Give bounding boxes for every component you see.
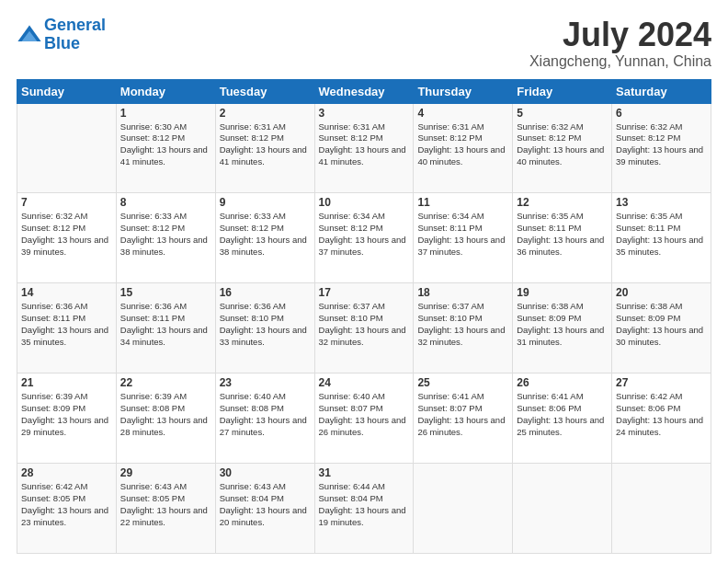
cell-info: Sunrise: 6:36 AMSunset: 8:11 PMDaylight:… [120, 301, 208, 346]
calendar-header-row: Sunday Monday Tuesday Wednesday Thursday… [17, 79, 711, 103]
calendar-week-row: 1Sunrise: 6:30 AMSunset: 8:12 PMDaylight… [17, 103, 711, 193]
calendar-cell: 21Sunrise: 6:39 AMSunset: 8:09 PMDayligh… [17, 373, 117, 464]
day-number: 20 [616, 286, 707, 299]
calendar-cell: 18Sunrise: 6:37 AMSunset: 8:10 PMDayligh… [414, 283, 513, 373]
cell-info: Sunrise: 6:38 AMSunset: 8:09 PMDaylight:… [616, 301, 703, 346]
day-number: 14 [21, 286, 112, 299]
title-block: July 2024 Xiangcheng, Yunnan, China [529, 17, 711, 70]
cell-info: Sunrise: 6:36 AMSunset: 8:11 PMDaylight:… [21, 301, 108, 346]
calendar-cell: 9Sunrise: 6:33 AMSunset: 8:12 PMDaylight… [215, 193, 314, 283]
col-sunday: Sunday [17, 79, 117, 103]
day-number: 5 [517, 107, 608, 120]
cell-info: Sunrise: 6:43 AMSunset: 8:05 PMDaylight:… [120, 481, 208, 526]
col-friday: Friday [513, 79, 612, 103]
day-number: 25 [417, 376, 508, 389]
day-number: 31 [319, 466, 410, 479]
sub-title: Xiangcheng, Yunnan, China [529, 53, 711, 70]
header: General Blue July 2024 Xiangcheng, Yunna… [17, 17, 711, 70]
day-number: 6 [616, 107, 707, 120]
cell-info: Sunrise: 6:32 AMSunset: 8:12 PMDaylight:… [517, 121, 604, 167]
calendar-week-row: 14Sunrise: 6:36 AMSunset: 8:11 PMDayligh… [17, 283, 711, 373]
cell-info: Sunrise: 6:44 AMSunset: 8:04 PMDaylight:… [319, 481, 406, 526]
calendar-cell: 7Sunrise: 6:32 AMSunset: 8:12 PMDaylight… [17, 193, 117, 283]
day-number: 28 [21, 466, 112, 479]
cell-info: Sunrise: 6:41 AMSunset: 8:07 PMDaylight:… [417, 391, 505, 436]
day-number: 27 [616, 376, 707, 389]
cell-info: Sunrise: 6:31 AMSunset: 8:12 PMDaylight:… [220, 121, 307, 167]
calendar-cell: 11Sunrise: 6:34 AMSunset: 8:11 PMDayligh… [414, 193, 513, 283]
day-number: 16 [220, 286, 311, 299]
cell-info: Sunrise: 6:40 AMSunset: 8:08 PMDaylight:… [220, 391, 307, 436]
cell-info: Sunrise: 6:31 AMSunset: 8:12 PMDaylight:… [319, 121, 406, 167]
calendar-cell: 24Sunrise: 6:40 AMSunset: 8:07 PMDayligh… [314, 373, 414, 464]
day-number: 3 [319, 107, 410, 120]
col-tuesday: Tuesday [215, 79, 314, 103]
day-number: 19 [517, 286, 608, 299]
calendar-cell: 10Sunrise: 6:34 AMSunset: 8:12 PMDayligh… [314, 193, 414, 283]
day-number: 24 [319, 376, 410, 389]
day-number: 29 [120, 466, 211, 479]
cell-info: Sunrise: 6:42 AMSunset: 8:06 PMDaylight:… [616, 391, 703, 436]
cell-info: Sunrise: 6:33 AMSunset: 8:12 PMDaylight:… [220, 211, 307, 256]
col-monday: Monday [116, 79, 215, 103]
calendar-cell [17, 103, 117, 193]
calendar-cell: 26Sunrise: 6:41 AMSunset: 8:06 PMDayligh… [513, 373, 612, 464]
calendar-cell: 12Sunrise: 6:35 AMSunset: 8:11 PMDayligh… [513, 193, 612, 283]
day-number: 30 [220, 466, 311, 479]
cell-info: Sunrise: 6:31 AMSunset: 8:12 PMDaylight:… [417, 121, 505, 167]
calendar-cell: 2Sunrise: 6:31 AMSunset: 8:12 PMDaylight… [215, 103, 314, 193]
day-number: 15 [120, 286, 211, 299]
cell-info: Sunrise: 6:37 AMSunset: 8:10 PMDaylight:… [319, 301, 406, 346]
cell-info: Sunrise: 6:38 AMSunset: 8:09 PMDaylight:… [517, 301, 604, 346]
calendar-cell: 23Sunrise: 6:40 AMSunset: 8:08 PMDayligh… [215, 373, 314, 464]
cell-info: Sunrise: 6:34 AMSunset: 8:12 PMDaylight:… [319, 211, 406, 256]
cell-info: Sunrise: 6:32 AMSunset: 8:12 PMDaylight:… [21, 211, 108, 256]
calendar-cell: 28Sunrise: 6:42 AMSunset: 8:05 PMDayligh… [17, 464, 117, 554]
logo-icon [17, 22, 42, 48]
calendar-cell [414, 464, 513, 554]
calendar-cell: 15Sunrise: 6:36 AMSunset: 8:11 PMDayligh… [116, 283, 215, 373]
day-number: 13 [616, 196, 707, 209]
logo-text: General Blue [44, 17, 106, 53]
calendar-cell: 16Sunrise: 6:36 AMSunset: 8:10 PMDayligh… [215, 283, 314, 373]
day-number: 18 [417, 286, 508, 299]
cell-info: Sunrise: 6:39 AMSunset: 8:09 PMDaylight:… [21, 391, 108, 436]
cell-info: Sunrise: 6:34 AMSunset: 8:11 PMDaylight:… [417, 211, 505, 256]
day-number: 21 [21, 376, 112, 389]
calendar-cell: 14Sunrise: 6:36 AMSunset: 8:11 PMDayligh… [17, 283, 117, 373]
day-number: 8 [120, 196, 211, 209]
calendar-cell: 31Sunrise: 6:44 AMSunset: 8:04 PMDayligh… [314, 464, 414, 554]
col-thursday: Thursday [414, 79, 513, 103]
day-number: 10 [319, 196, 410, 209]
cell-info: Sunrise: 6:41 AMSunset: 8:06 PMDaylight:… [517, 391, 604, 436]
calendar-week-row: 28Sunrise: 6:42 AMSunset: 8:05 PMDayligh… [17, 464, 711, 554]
page: General Blue July 2024 Xiangcheng, Yunna… [0, 0, 728, 563]
calendar-cell: 13Sunrise: 6:35 AMSunset: 8:11 PMDayligh… [612, 193, 711, 283]
day-number: 11 [417, 196, 508, 209]
cell-info: Sunrise: 6:42 AMSunset: 8:05 PMDaylight:… [21, 481, 108, 526]
day-number: 12 [517, 196, 608, 209]
calendar-cell: 30Sunrise: 6:43 AMSunset: 8:04 PMDayligh… [215, 464, 314, 554]
cell-info: Sunrise: 6:36 AMSunset: 8:10 PMDaylight:… [220, 301, 307, 346]
calendar-cell: 4Sunrise: 6:31 AMSunset: 8:12 PMDaylight… [414, 103, 513, 193]
day-number: 4 [417, 107, 508, 120]
calendar-cell: 22Sunrise: 6:39 AMSunset: 8:08 PMDayligh… [116, 373, 215, 464]
cell-info: Sunrise: 6:33 AMSunset: 8:12 PMDaylight:… [120, 211, 208, 256]
cell-info: Sunrise: 6:37 AMSunset: 8:10 PMDaylight:… [417, 301, 505, 346]
day-number: 17 [319, 286, 410, 299]
calendar-cell: 1Sunrise: 6:30 AMSunset: 8:12 PMDaylight… [116, 103, 215, 193]
calendar-cell: 20Sunrise: 6:38 AMSunset: 8:09 PMDayligh… [612, 283, 711, 373]
calendar-cell: 8Sunrise: 6:33 AMSunset: 8:12 PMDaylight… [116, 193, 215, 283]
calendar-table: Sunday Monday Tuesday Wednesday Thursday… [17, 79, 711, 554]
logo: General Blue [17, 17, 106, 53]
calendar-week-row: 7Sunrise: 6:32 AMSunset: 8:12 PMDaylight… [17, 193, 711, 283]
main-title: July 2024 [529, 17, 711, 53]
calendar-cell: 3Sunrise: 6:31 AMSunset: 8:12 PMDaylight… [314, 103, 414, 193]
cell-info: Sunrise: 6:30 AMSunset: 8:12 PMDaylight:… [120, 121, 208, 167]
calendar-cell: 27Sunrise: 6:42 AMSunset: 8:06 PMDayligh… [612, 373, 711, 464]
day-number: 2 [220, 107, 311, 120]
col-saturday: Saturday [612, 79, 711, 103]
day-number: 9 [220, 196, 311, 209]
calendar-cell: 6Sunrise: 6:32 AMSunset: 8:12 PMDaylight… [612, 103, 711, 193]
calendar-cell: 17Sunrise: 6:37 AMSunset: 8:10 PMDayligh… [314, 283, 414, 373]
